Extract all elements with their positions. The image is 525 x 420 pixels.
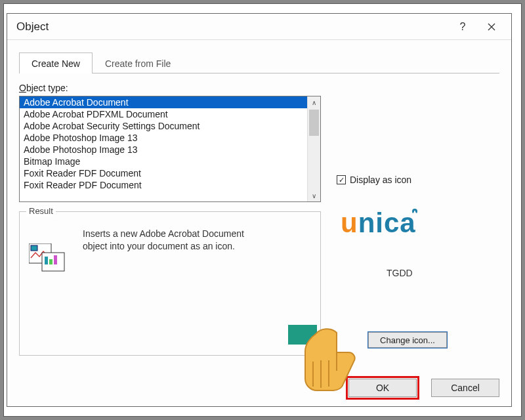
result-legend: Result bbox=[26, 206, 56, 216]
footer-buttons: OK Cancel bbox=[348, 379, 499, 397]
tab-create-new[interactable]: Create New bbox=[19, 52, 93, 74]
object-type-list[interactable]: Adobe Acrobat Document Adobe Acrobat PDF… bbox=[19, 96, 321, 202]
ok-button[interactable]: OK bbox=[348, 379, 417, 397]
result-text: Inserts a new Adobe Acrobat Document obj… bbox=[83, 228, 260, 253]
result-icon bbox=[29, 228, 68, 274]
list-item[interactable]: Adobe Acrobat Security Settings Document bbox=[20, 120, 307, 132]
checkbox-icon: ✓ bbox=[337, 175, 346, 184]
svg-rect-1 bbox=[31, 245, 37, 251]
left-column: Object type: Adobe Acrobat Document Adob… bbox=[19, 83, 321, 356]
svg-rect-4 bbox=[49, 259, 52, 264]
list-item[interactable]: Foxit Reader FDF Document bbox=[20, 167, 307, 179]
right-column: ✓ Display as icon unica TGDD Change icon… bbox=[321, 83, 499, 356]
result-group: Result bbox=[19, 211, 321, 356]
close-button[interactable] bbox=[477, 17, 506, 37]
cancel-button[interactable]: Cancel bbox=[431, 379, 499, 397]
svg-rect-3 bbox=[45, 257, 48, 264]
dialog-body: Create New Create from File Object type:… bbox=[7, 40, 511, 406]
change-icon-button[interactable]: Change icon... bbox=[368, 332, 447, 348]
list-item[interactable]: Adobe Acrobat PDFXML Document bbox=[20, 108, 307, 120]
main-row: Object type: Adobe Acrobat Document Adob… bbox=[19, 83, 499, 356]
object-type-label: Object type: bbox=[19, 83, 68, 93]
scroll-down-icon[interactable]: ∨ bbox=[308, 190, 320, 201]
list-item[interactable]: Adobe Acrobat Document bbox=[20, 96, 307, 108]
object-dialog: Object ? Create New Create from File Obj… bbox=[7, 13, 512, 407]
dialog-title: Object bbox=[16, 20, 49, 33]
close-icon bbox=[488, 23, 495, 31]
tab-strip: Create New Create from File bbox=[19, 52, 499, 74]
logo: unica bbox=[341, 207, 421, 239]
scrollbar[interactable]: ∧ ∨ bbox=[307, 96, 320, 201]
help-button[interactable]: ? bbox=[448, 17, 477, 37]
svg-rect-5 bbox=[54, 255, 57, 264]
outer-frame: Object ? Create New Create from File Obj… bbox=[3, 3, 522, 417]
display-as-icon-label: Display as icon bbox=[350, 175, 411, 185]
embedded-object-icon bbox=[29, 243, 66, 272]
list-item[interactable]: Bitmap Image bbox=[20, 156, 307, 167]
list-item[interactable]: Adobe Photoshop Image 13 bbox=[20, 132, 307, 144]
scroll-thumb[interactable] bbox=[309, 110, 319, 136]
list-inner: Adobe Acrobat Document Adobe Acrobat PDF… bbox=[20, 96, 307, 201]
display-as-icon-checkbox[interactable]: ✓ Display as icon bbox=[337, 175, 499, 185]
tab-create-from-file[interactable]: Create from File bbox=[93, 52, 183, 74]
grad-cap-icon bbox=[412, 209, 417, 214]
list-item[interactable]: Adobe Photoshop Image 13 bbox=[20, 144, 307, 156]
titlebar: Object ? bbox=[7, 14, 511, 40]
scroll-up-icon[interactable]: ∧ bbox=[308, 96, 320, 108]
icon-caption: TGDD bbox=[387, 268, 413, 278]
list-item[interactable]: Foxit Reader PDF Document bbox=[20, 179, 307, 191]
